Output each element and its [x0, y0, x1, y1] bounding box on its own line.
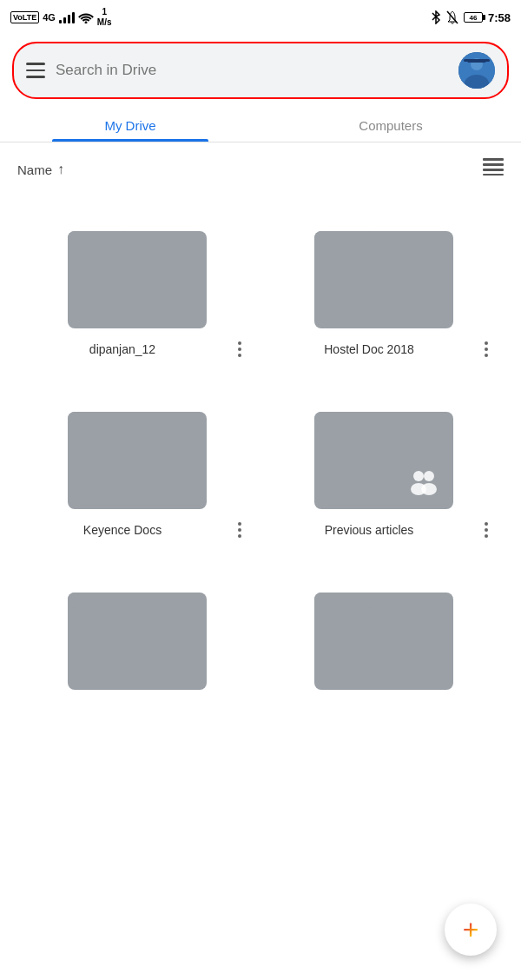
svg-rect-13 — [314, 231, 375, 247]
file-name-row: Previous articles — [269, 518, 498, 542]
svg-rect-8 — [483, 169, 504, 171]
files-grid: dipanjan_12 Hostel Doc 2018 — [0, 189, 521, 803]
more-options-button[interactable] — [228, 337, 252, 361]
signal-bar-4 — [72, 12, 75, 23]
view-toggle-button[interactable] — [483, 158, 504, 181]
folder-icon — [314, 396, 453, 509]
folder-icon — [68, 215, 207, 328]
svg-rect-5 — [464, 59, 490, 62]
status-bar: VoLTE 4G 1M/s 46 7:58 — [0, 0, 521, 35]
more-options-button[interactable] — [228, 518, 252, 542]
search-bar-container — [0, 35, 521, 106]
search-input[interactable] — [56, 62, 448, 79]
notification-muted-icon — [446, 10, 458, 24]
file-name: Keyence Docs — [23, 523, 222, 537]
svg-rect-15 — [68, 412, 129, 427]
tab-computers[interactable]: Computers — [260, 106, 521, 142]
status-left: VoLTE 4G 1M/s — [10, 7, 112, 28]
signal-bars — [59, 11, 75, 23]
svg-rect-11 — [68, 231, 129, 247]
svg-rect-7 — [483, 163, 504, 166]
signal-bar-1 — [59, 20, 62, 23]
hamburger-button[interactable] — [26, 63, 45, 78]
bluetooth-icon — [431, 10, 441, 24]
folder-icon — [68, 396, 207, 509]
file-name: Hostel Doc 2018 — [269, 342, 469, 356]
volte-badge: VoLTE — [10, 11, 39, 23]
svg-rect-6 — [483, 158, 504, 161]
sort-bar: Name ↑ — [0, 142, 521, 189]
avatar[interactable] — [458, 52, 495, 89]
svg-point-18 — [413, 471, 424, 481]
list-item[interactable]: dipanjan_12 — [14, 198, 260, 379]
list-item[interactable]: Keyence Docs — [14, 379, 260, 560]
signal-bar-2 — [63, 17, 66, 23]
file-name-row: dipanjan_12 — [23, 337, 252, 361]
search-bar — [12, 42, 509, 99]
file-name-row: Hostel Doc 2018 — [269, 337, 498, 361]
status-right: 46 7:58 — [431, 10, 511, 24]
svg-point-21 — [421, 483, 437, 495]
data-speed: 1M/s — [97, 7, 112, 28]
avatar-image — [458, 52, 495, 89]
svg-rect-9 — [483, 174, 504, 175]
list-item[interactable]: Previous articles — [260, 379, 507, 560]
signal-bar-3 — [68, 15, 70, 23]
file-name-row: Keyence Docs — [23, 518, 252, 542]
list-item[interactable] — [260, 560, 507, 716]
fab-button[interactable]: + — [445, 904, 497, 956]
svg-point-19 — [424, 471, 434, 481]
folder-icon — [68, 577, 207, 690]
list-item[interactable]: Hostel Doc 2018 — [260, 198, 507, 379]
file-name: dipanjan_12 — [23, 342, 222, 356]
fab-plus-icon: + — [463, 916, 479, 944]
tab-my-drive[interactable]: My Drive — [0, 106, 260, 142]
more-options-button[interactable] — [474, 337, 498, 361]
folder-icon — [314, 215, 453, 328]
network-type: 4G — [43, 12, 56, 23]
list-item[interactable] — [14, 560, 260, 716]
svg-rect-23 — [68, 593, 129, 608]
file-name: Previous articles — [269, 523, 469, 537]
time-display: 7:58 — [488, 11, 511, 24]
more-options-button[interactable] — [474, 518, 498, 542]
sort-label[interactable]: Name ↑ — [17, 162, 64, 177]
folder-icon — [314, 577, 453, 690]
svg-rect-25 — [314, 593, 375, 608]
wifi-icon — [78, 11, 94, 23]
battery-icon: 46 — [464, 12, 483, 23]
sort-arrow-icon: ↑ — [57, 162, 64, 177]
tabs-container: My Drive Computers — [0, 106, 521, 142]
svg-rect-17 — [314, 412, 375, 427]
